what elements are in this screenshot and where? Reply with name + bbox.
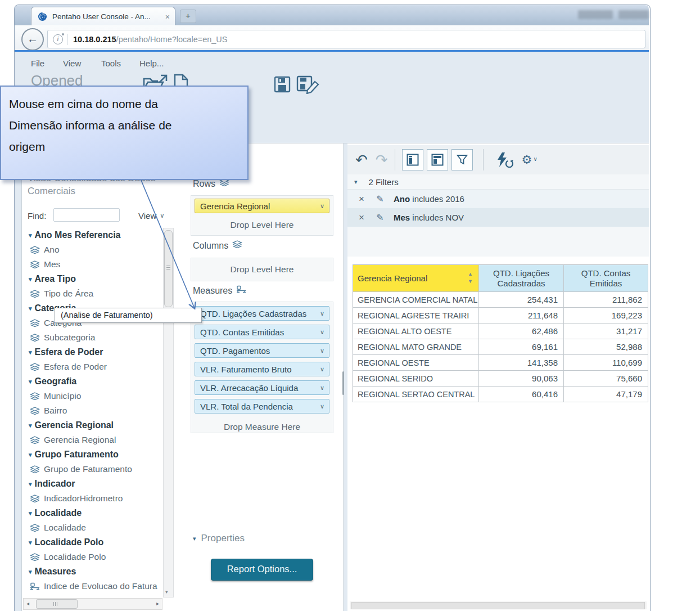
expander-triangle-icon[interactable]: ▾	[29, 477, 32, 491]
properties-section[interactable]: ▾ Properties	[193, 533, 245, 544]
expander-triangle-icon[interactable]: ▾	[29, 301, 32, 316]
tree-item-level[interactable]: IndicadorHidrometro	[22, 491, 162, 506]
remove-filter-icon[interactable]: ×	[356, 194, 367, 205]
chevron-down-icon[interactable]: ∨	[315, 329, 329, 336]
view-dropdown[interactable]: View	[138, 211, 156, 221]
column-header-gerencia-regional[interactable]: Gerencia Regional▲▼	[353, 265, 479, 292]
expander-triangle-icon[interactable]: ▾	[354, 178, 358, 186]
expander-triangle-icon[interactable]: ▾	[29, 447, 32, 462]
chevron-down-icon[interactable]: ∨	[315, 384, 329, 392]
remove-filter-icon[interactable]: ×	[356, 212, 367, 223]
splitter-drag-handle[interactable]	[342, 371, 344, 395]
tree-item-measure[interactable]: Indice de Evolucao do Fatura	[22, 579, 162, 594]
scroll-right-icon[interactable]: ▸	[156, 600, 159, 606]
expander-triangle-icon[interactable]: ▾	[29, 374, 32, 389]
tree-item-dimension[interactable]: ▾Grupo Faturamento	[22, 447, 162, 462]
column-header-measure[interactable]: QTD. Contas Emitidas	[564, 265, 648, 292]
measure-chip[interactable]: VLR. Arrecacação Líquida∨	[195, 380, 329, 395]
tree-item-dimension[interactable]: ▾Ano Mes Referencia	[22, 228, 162, 242]
tree-item-dimension[interactable]: ▾Area Tipo	[22, 272, 162, 286]
expander-triangle-icon[interactable]: ▾	[29, 345, 32, 360]
measures-drop-zone[interactable]: QTD. Ligações Cadastradas∨QTD. Contas Em…	[191, 302, 333, 433]
tree-item-level[interactable]: Grupo de Faturamento	[22, 462, 162, 477]
tree-item-level[interactable]: Localidade	[22, 520, 162, 535]
expander-triangle-icon[interactable]: ▾	[29, 564, 32, 579]
menu-file[interactable]: File	[31, 59, 44, 68]
layout-top-panel-button[interactable]	[427, 149, 448, 170]
tree-item-level[interactable]: Mes	[22, 257, 162, 272]
scroll-down-icon[interactable]: ▾	[165, 589, 168, 595]
chevron-down-icon[interactable]: ∨	[533, 156, 537, 162]
measure-chip[interactable]: VLR. Faturamento Bruto∨	[195, 362, 329, 376]
tree-item-dimension[interactable]: ▾Indicador	[22, 477, 162, 491]
chevron-down-icon[interactable]: ∨	[315, 310, 329, 317]
expander-triangle-icon[interactable]: ▾	[29, 418, 32, 433]
edit-filter-icon[interactable]: ✎	[374, 194, 386, 204]
chevron-down-icon[interactable]: ∨	[315, 366, 329, 373]
scroll-left-icon[interactable]: ◂	[26, 600, 29, 606]
tree-horizontal-scrollbar[interactable]: ◂ ▸	[23, 598, 162, 610]
columns-drop-zone[interactable]: Drop Level Here	[191, 258, 333, 281]
chevron-down-icon[interactable]: ∨	[160, 212, 165, 219]
expander-triangle-icon[interactable]: ▾	[29, 272, 32, 286]
edit-filter-icon[interactable]: ✎	[374, 212, 386, 223]
tree-item-level[interactable]: Ano	[22, 242, 162, 257]
filters-header[interactable]: ▾ 2 Filters	[347, 174, 649, 190]
filter-funnel-button[interactable]	[451, 149, 473, 170]
tree-item-level[interactable]: Subcategoria	[22, 330, 162, 345]
save-as-icon[interactable]	[296, 75, 320, 96]
menu-tools[interactable]: Tools	[101, 59, 121, 68]
tree-item-level[interactable]: Esfera de Poder	[22, 360, 162, 374]
report-options-button[interactable]: Report Options...	[211, 559, 313, 581]
tree-item-dimension[interactable]: ▾Gerencia Regional	[22, 418, 162, 433]
url-bar[interactable]: i 10.18.0.215 /pentaho/Home?locale=en_US	[47, 30, 645, 48]
new-tab-button[interactable]: +	[180, 10, 196, 23]
back-button[interactable]: ←	[21, 28, 44, 51]
measure-chip[interactable]: QTD. Pagamentos∨	[195, 343, 329, 358]
row-level-chip[interactable]: Gerencia Regional∨	[195, 199, 329, 213]
tree-item-dimension[interactable]: ▾Localidade	[22, 506, 162, 520]
tree-item-dimension[interactable]: ▾Esfera de Poder	[22, 345, 162, 360]
tree-item-dimension[interactable]: ▾Geografia	[22, 374, 162, 389]
tree-item-level[interactable]: Gerencia Regional	[22, 433, 162, 447]
browser-tab[interactable]: Pentaho User Console - An... ×	[31, 7, 175, 26]
close-tab-icon[interactable]: ×	[165, 12, 170, 21]
chevron-down-icon[interactable]: ∨	[315, 203, 329, 210]
sort-icon[interactable]: ▲▼	[468, 271, 473, 285]
table-row: REGIONAL ALTO OESTE62,48631,217	[353, 324, 648, 339]
scrollbar-thumb[interactable]	[36, 599, 78, 609]
column-header-measure[interactable]: QTD. Ligações Cadastradas	[479, 265, 564, 292]
report-horizontal-scrollbar[interactable]	[350, 601, 647, 609]
layout-left-panel-button[interactable]	[402, 149, 423, 170]
find-input[interactable]	[53, 208, 120, 222]
expander-triangle-icon[interactable]: ▾	[29, 228, 32, 242]
menu-view[interactable]: View	[63, 59, 81, 68]
measure-chip[interactable]: VLR. Total da Pendencia∨	[195, 399, 329, 414]
expander-triangle-icon[interactable]: ▾	[193, 535, 196, 542]
url-host: 10.18.0.215	[73, 35, 116, 44]
tree-item-level[interactable]: Bairro	[22, 403, 162, 418]
menu-help[interactable]: Help...	[139, 59, 164, 68]
measure-chip[interactable]: QTD. Ligações Cadastradas∨	[195, 306, 329, 321]
tree-item-level[interactable]: Tipo de Área	[22, 286, 162, 301]
expander-triangle-icon[interactable]: ▾	[29, 506, 32, 520]
scrollbar-thumb[interactable]	[164, 230, 173, 307]
tree-item-dimension[interactable]: ▾Localidade Polo	[22, 535, 162, 550]
expander-triangle-icon[interactable]: ▾	[29, 535, 32, 550]
rows-drop-zone[interactable]: Gerencia Regional∨ Drop Level Here	[191, 195, 333, 236]
site-info-icon[interactable]: i	[53, 34, 63, 44]
gear-icon[interactable]: ⚙	[522, 153, 532, 167]
auto-refresh-icon[interactable]	[495, 152, 514, 168]
tree-item-level[interactable]: Município	[22, 389, 162, 403]
tree-item-dimension[interactable]: ▾Measures	[22, 564, 162, 579]
scrollbar-thumb[interactable]	[351, 602, 645, 609]
tree-item-level[interactable]: Localidade Polo	[22, 550, 162, 564]
level-layers-icon	[30, 246, 40, 254]
save-icon[interactable]	[274, 76, 291, 95]
tree-vertical-scrollbar[interactable]: ▾	[163, 228, 174, 597]
undo-icon[interactable]: ↶	[355, 151, 368, 169]
chip-label: VLR. Total da Pendencia	[195, 402, 315, 411]
chevron-down-icon[interactable]: ∨	[315, 347, 329, 354]
measure-chip[interactable]: QTD. Contas Emitidas∨	[195, 325, 329, 339]
chevron-down-icon[interactable]: ∨	[315, 403, 329, 410]
